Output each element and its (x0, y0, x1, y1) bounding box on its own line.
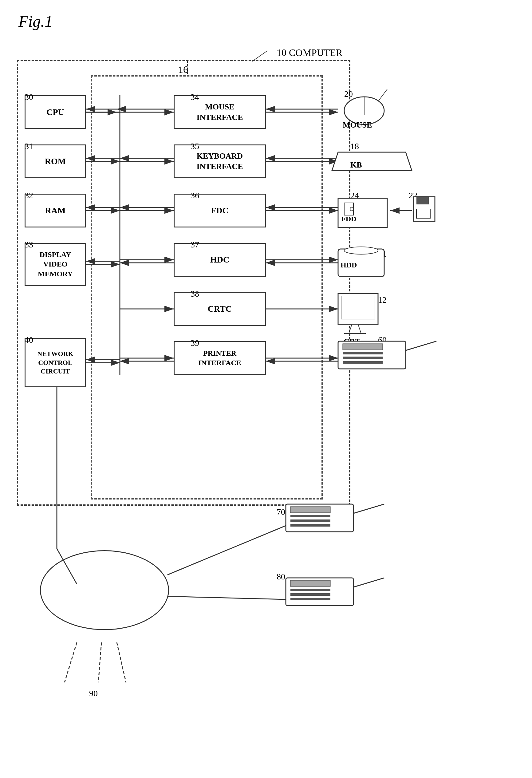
svg-text:KB: KB (350, 160, 362, 169)
svg-rect-74 (286, 504, 354, 532)
svg-rect-58 (416, 197, 429, 205)
label-12: 12 (378, 295, 387, 305)
figure-title: Fig.1 (18, 12, 53, 30)
label-24: 24 (350, 190, 359, 201)
svg-rect-78 (290, 524, 330, 527)
svg-line-42 (167, 526, 286, 575)
dvm-label: DISPLAY VIDEO MEMORY (24, 243, 86, 286)
label-30: 30 (24, 92, 33, 102)
label-70: 70 (277, 507, 285, 517)
svg-rect-83 (290, 593, 330, 596)
label-38: 38 (191, 289, 199, 299)
label-32: 32 (24, 190, 33, 201)
svg-line-45 (98, 642, 101, 682)
svg-rect-84 (290, 598, 330, 600)
ram-box: RAM (24, 193, 86, 227)
svg-point-55 (350, 207, 354, 211)
svg-rect-59 (416, 209, 430, 218)
label-60: 60 (378, 335, 387, 345)
fdc-box: FDC (174, 193, 266, 227)
label-90: 90 (89, 689, 98, 698)
rom-box: ROM (24, 145, 86, 178)
hdc-box: HDC (174, 243, 266, 277)
svg-line-44 (65, 642, 77, 682)
svg-marker-65 (349, 324, 361, 333)
svg-line-43 (167, 596, 286, 600)
cpu-box: CPU (24, 95, 86, 129)
svg-rect-80 (286, 578, 354, 606)
svg-line-49 (378, 89, 387, 101)
label-18: 18 (350, 141, 359, 151)
svg-line-46 (117, 642, 126, 682)
bus-box (91, 75, 323, 499)
label-37: 37 (191, 240, 199, 250)
svg-rect-57 (413, 197, 435, 221)
svg-rect-76 (290, 515, 330, 517)
svg-line-85 (354, 578, 384, 587)
svg-rect-77 (290, 520, 330, 522)
label-36: 36 (191, 190, 199, 201)
label-22: 22 (409, 190, 417, 201)
label-20: 20 (344, 89, 353, 99)
kb-if-label: KEYBOARD INTERFACE (174, 145, 266, 178)
svg-rect-82 (290, 589, 330, 591)
mouse-if-label: MOUSE INTERFACE (174, 95, 266, 129)
svg-rect-81 (290, 580, 330, 587)
network-ellipse (40, 550, 169, 630)
svg-line-79 (354, 504, 384, 513)
label-41: 41 (378, 249, 387, 259)
label-31: 31 (24, 141, 33, 151)
svg-rect-75 (290, 507, 330, 513)
svg-line-73 (406, 341, 437, 351)
printer-if-label: PRINTER INTERFACE (174, 341, 266, 375)
crtc-box: CRTC (174, 292, 266, 326)
label-80: 80 (277, 572, 285, 581)
ncc-label: NETWORK CONTROL CIRCUIT (24, 338, 86, 387)
computer-label: 10 COMPUTER (277, 47, 343, 58)
